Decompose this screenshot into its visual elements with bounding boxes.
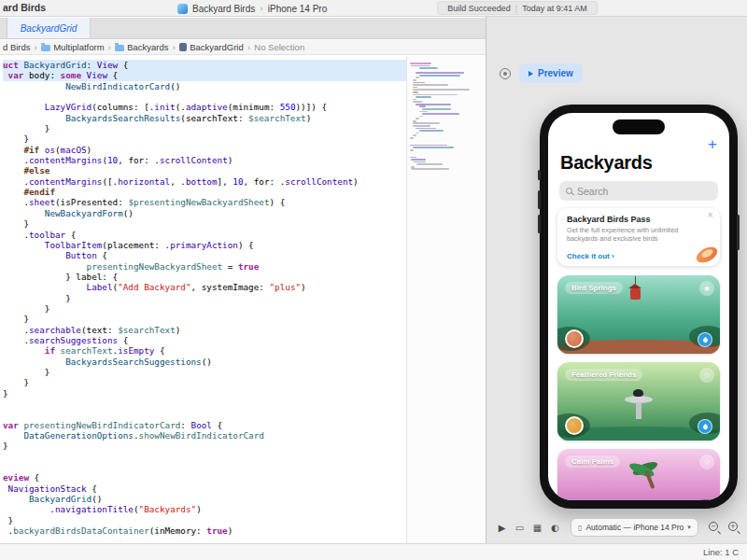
minimap-line bbox=[419, 111, 429, 113]
minimap-line bbox=[419, 116, 423, 118]
code-line: BackyardsSearchResults(searchText: $sear… bbox=[3, 113, 406, 123]
device-frame-icon[interactable]: ▭ bbox=[512, 518, 528, 537]
dynamic-island bbox=[613, 119, 665, 134]
code-line: NavigationStack { bbox=[3, 483, 406, 494]
live-preview-icon[interactable]: ▶ bbox=[494, 518, 510, 537]
magnifier-icon: − bbox=[709, 522, 718, 531]
breadcrumb-file[interactable]: BackyardGrid bbox=[179, 42, 244, 52]
search-icon bbox=[566, 188, 572, 194]
iphone-preview[interactable]: + Backyards Search Backyard Birds Pass G… bbox=[540, 105, 738, 509]
code-editor[interactable]: uct BackyardGrid: View { var body: some … bbox=[0, 56, 406, 543]
minimap-line bbox=[413, 94, 458, 96]
code-line: } bbox=[3, 367, 406, 377]
window-title: ard Birds bbox=[3, 2, 46, 13]
minimap-line bbox=[416, 163, 443, 165]
minimap-line bbox=[419, 130, 444, 132]
minimap-line bbox=[416, 128, 436, 130]
code-line: .searchSuggestions { bbox=[3, 335, 406, 345]
scheme-device-name[interactable]: iPhone 14 Pro bbox=[268, 4, 327, 14]
backyard-card-bath[interactable]: Feathered Friends☆ bbox=[557, 362, 720, 441]
scheme-selector[interactable]: Backyard Birds › iPhone 14 Pro bbox=[177, 1, 327, 16]
device-icon: ▯ bbox=[578, 524, 582, 532]
color-scheme-icon[interactable]: ◐ bbox=[547, 518, 563, 537]
preview-pin-icon[interactable] bbox=[500, 68, 511, 79]
code-line: LazyVGrid(columns: [.init(.adaptive(mini… bbox=[3, 102, 406, 112]
code-line: } bbox=[3, 293, 406, 303]
plant-illustration bbox=[689, 499, 720, 500]
code-line bbox=[3, 409, 406, 419]
favorite-star-button[interactable]: ☆ bbox=[699, 368, 714, 383]
scheme-app-name[interactable]: Backyard Birds bbox=[192, 4, 255, 14]
code-line: } bbox=[3, 133, 406, 144]
code-line: NewBirdIndicatorCard() bbox=[3, 81, 406, 91]
backyard-name: Calm Palms bbox=[565, 455, 620, 468]
minimap-line bbox=[410, 149, 414, 151]
breadcrumb-multiplatform[interactable]: Multiplatform bbox=[41, 42, 104, 52]
swift-file-icon bbox=[179, 43, 187, 51]
zoom-out-button[interactable]: − bbox=[709, 522, 720, 533]
add-backyard-button[interactable]: + bbox=[708, 136, 717, 152]
minimap-line bbox=[411, 166, 415, 168]
minimap[interactable] bbox=[406, 56, 486, 543]
build-status[interactable]: Build Succeeded | Today at 9:41 AM bbox=[437, 1, 598, 15]
build-status-text: Build Succeeded bbox=[447, 4, 511, 13]
variants-icon[interactable]: ▦ bbox=[529, 518, 545, 537]
device-selector[interactable]: ▯ Automatic — iPhone 14 Pro ▾ bbox=[571, 518, 698, 537]
code-line: .toolbar { bbox=[3, 230, 406, 240]
minimap-line bbox=[416, 77, 419, 78]
code-line: } bbox=[3, 123, 406, 133]
minimap-line bbox=[413, 120, 416, 122]
backyard-name: Feathered Friends bbox=[565, 369, 642, 381]
code-line: } label: { bbox=[3, 272, 406, 282]
bird-badge bbox=[565, 329, 584, 348]
zoom-in-button[interactable]: + bbox=[728, 522, 740, 533]
chevron-separator: › bbox=[35, 43, 38, 52]
code-line: } bbox=[3, 303, 406, 314]
chevron-separator: › bbox=[260, 4, 263, 13]
preview-play-icon bbox=[529, 71, 533, 77]
code-line: DataGenerationOptions.showNewBirdIndicat… bbox=[3, 430, 406, 441]
minimap-line bbox=[419, 105, 427, 107]
promo-title: Backyard Birds Pass bbox=[567, 215, 651, 224]
minimap-line bbox=[410, 63, 431, 64]
mute-switch bbox=[538, 170, 541, 180]
code-line: if searchText.isEmpty { bbox=[3, 345, 406, 356]
minimap-line bbox=[416, 96, 430, 98]
volume-up-button bbox=[538, 190, 541, 209]
minimap-line bbox=[410, 157, 416, 159]
breadcrumb-backyards[interactable]: Backyards bbox=[115, 42, 168, 52]
search-field[interactable]: Search bbox=[559, 181, 718, 201]
code-line: Label("Add Backyard", systemImage: "plus… bbox=[3, 282, 406, 292]
preview-tab[interactable]: Preview bbox=[519, 63, 583, 83]
minimap-line bbox=[416, 133, 419, 134]
minimap-line bbox=[413, 99, 416, 101]
bird-badge bbox=[565, 416, 584, 435]
backyard-card-palms[interactable]: Calm Palms☆ bbox=[557, 449, 720, 500]
code-line: var body: some View { bbox=[3, 70, 406, 80]
zoom-controls: −+ bbox=[709, 522, 740, 533]
backyard-card-springs[interactable]: Bird Springs★ bbox=[557, 275, 720, 354]
close-icon[interactable]: × bbox=[708, 210, 713, 220]
promo-card[interactable]: Backyard Birds Pass Get the full experie… bbox=[557, 208, 720, 266]
phone-screen: + Backyards Search Backyard Birds Pass G… bbox=[548, 113, 729, 500]
code-line: } bbox=[3, 388, 406, 399]
code-line: NewBackyardForm() bbox=[3, 208, 406, 218]
preview-tab-label: Preview bbox=[538, 68, 573, 78]
promo-cta-link[interactable]: Check it out › bbox=[567, 252, 614, 260]
scene-accent-illustration bbox=[631, 459, 659, 478]
power-button bbox=[737, 215, 740, 250]
minimap-line bbox=[411, 159, 426, 161]
minimap-line bbox=[411, 65, 430, 67]
minimap-line bbox=[413, 82, 424, 84]
app-icon bbox=[177, 4, 188, 14]
favorite-star-button[interactable]: ☆ bbox=[699, 455, 714, 469]
breadcrumb-selection[interactable]: No Selection bbox=[254, 42, 304, 52]
tab-backyardgrid[interactable]: BackyardGrid bbox=[7, 18, 91, 38]
cursor-position: Line: 1 C bbox=[703, 547, 739, 557]
magnifier-icon: + bbox=[728, 522, 738, 531]
breadcrumb-project[interactable]: d Birds bbox=[3, 42, 31, 52]
minimap-line bbox=[413, 79, 416, 81]
folder-icon bbox=[41, 45, 50, 51]
favorite-star-button[interactable]: ★ bbox=[699, 281, 714, 296]
minimap-line bbox=[413, 122, 440, 124]
